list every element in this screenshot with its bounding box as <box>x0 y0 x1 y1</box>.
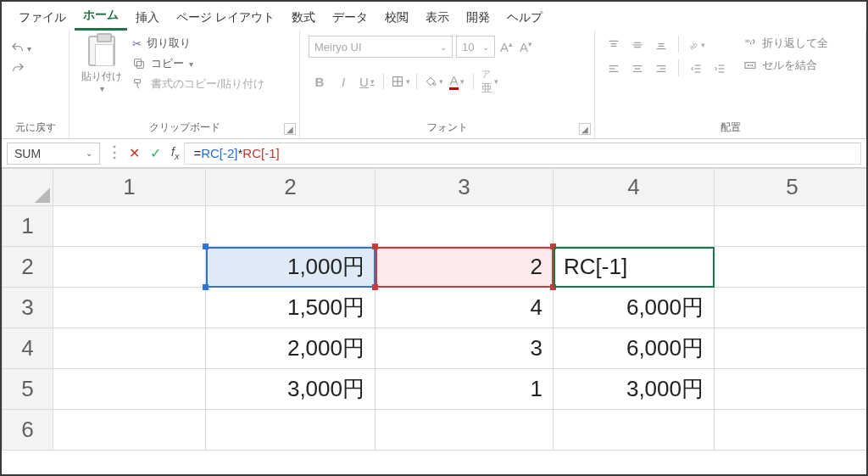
menu-formulas[interactable]: 数式 <box>283 7 324 31</box>
underline-button[interactable]: U▾ <box>356 71 378 92</box>
cell-r6c1[interactable] <box>53 410 206 451</box>
cell-r5c2[interactable]: 3,000円 <box>206 369 376 410</box>
paste-button[interactable]: 貼り付け ▾ <box>78 36 125 93</box>
menu-view[interactable]: 表示 <box>417 7 458 31</box>
cell-r3c4[interactable]: 6,000円 <box>554 288 715 328</box>
undo-button[interactable]: ▾ <box>10 41 31 56</box>
menu-help[interactable]: ヘルプ <box>498 7 551 31</box>
cell-r2c3[interactable]: 2 <box>376 247 554 288</box>
cell-r2c2[interactable]: 1,000円 <box>206 247 376 288</box>
copy-button[interactable]: コピー ▾ <box>132 56 264 71</box>
row-header-5[interactable]: 5 <box>3 369 53 410</box>
cell-r4c5[interactable] <box>715 328 869 369</box>
bold-button[interactable]: B <box>309 71 331 92</box>
increase-indent-button[interactable] <box>709 59 730 78</box>
cell-r1c2[interactable] <box>206 206 376 247</box>
formula-separator: ⋮ <box>105 143 124 165</box>
clipboard-launcher[interactable]: ◢ <box>284 123 296 135</box>
cell-r2c5[interactable] <box>715 247 869 288</box>
font-color-button[interactable]: A▾ <box>446 71 468 92</box>
cell-r6c3[interactable] <box>376 410 554 451</box>
name-box-value: SUM <box>14 147 41 160</box>
cell-r3c5[interactable] <box>715 288 869 328</box>
align-middle-button[interactable] <box>627 36 648 54</box>
menu-developer[interactable]: 開発 <box>458 7 498 31</box>
border-button[interactable]: ▾ <box>389 71 411 92</box>
cell-r3c3[interactable]: 4 <box>376 288 554 328</box>
align-top-button[interactable] <box>604 36 624 54</box>
row-header-6[interactable]: 6 <box>3 410 53 451</box>
cell-grid[interactable]: 1 2 3 4 5 1 2 1,000円 <box>2 168 868 451</box>
redo-button[interactable] <box>10 61 31 76</box>
menu-data[interactable]: データ <box>324 7 376 31</box>
menu-page-layout[interactable]: ページ レイアウト <box>168 7 283 31</box>
align-right-button[interactable] <box>651 59 671 78</box>
decrease-font-button[interactable]: A▾ <box>518 40 534 54</box>
cell-r6c5[interactable] <box>715 410 869 451</box>
paste-icon <box>88 36 115 66</box>
cut-button[interactable]: ✂ 切り取り <box>132 36 264 51</box>
align-center-button[interactable] <box>627 59 648 78</box>
fx-icon[interactable]: fx <box>166 145 184 161</box>
col-header-4[interactable]: 4 <box>554 169 715 206</box>
cell-r5c1[interactable] <box>53 369 206 410</box>
menu-home[interactable]: ホーム <box>75 4 127 31</box>
paste-label: 貼り付け <box>81 70 122 84</box>
cell-r1c5[interactable] <box>715 206 869 247</box>
font-launcher[interactable]: ◢ <box>579 123 591 135</box>
row-header-1[interactable]: 1 <box>3 206 53 247</box>
cell-r6c4[interactable] <box>554 410 715 451</box>
col-header-1[interactable]: 1 <box>53 169 206 206</box>
col-header-3[interactable]: 3 <box>376 169 554 206</box>
font-size-select[interactable]: 10 ⌄ <box>456 36 495 58</box>
svg-rect-1 <box>135 59 142 66</box>
wrap-label: 折り返して全 <box>762 36 828 51</box>
cell-r3c1[interactable] <box>53 288 206 328</box>
formula-input[interactable]: =RC[-2]*RC[-1] <box>184 143 861 165</box>
cell-r1c3[interactable] <box>376 206 554 247</box>
cell-r3c2[interactable]: 1,500円 <box>206 288 376 328</box>
col-header-2[interactable]: 2 <box>206 169 376 206</box>
format-painter-icon <box>132 77 146 91</box>
cell-r2c4[interactable]: RC[-1] <box>554 247 715 288</box>
cell-r5c4[interactable]: 3,000円 <box>554 369 715 410</box>
cell-r5c5[interactable] <box>715 369 869 410</box>
align-left-button[interactable] <box>604 59 624 78</box>
group-font: Meiryo UI ⌄ 10 ⌄ A▴ A▾ B I U▾ ▾ <box>300 31 595 138</box>
increase-font-button[interactable]: A▴ <box>498 40 515 54</box>
orientation-button[interactable]: ab▾ <box>686 36 706 54</box>
group-clipboard: 貼り付け ▾ ✂ 切り取り コピー ▾ 書式のコピー/貼り付け クリップ <box>70 31 300 138</box>
cell-r2c1[interactable] <box>53 247 206 288</box>
row-header-2[interactable]: 2 <box>3 247 53 288</box>
merge-cells-button[interactable]: セルを結合 <box>743 58 828 73</box>
formula-cancel-button[interactable]: ✕ <box>124 145 145 161</box>
col-header-5[interactable]: 5 <box>715 169 869 206</box>
formula-enter-button[interactable]: ✓ <box>145 145 166 161</box>
cell-r4c2[interactable]: 2,000円 <box>206 328 376 369</box>
format-painter-button[interactable]: 書式のコピー/貼り付け <box>132 76 264 92</box>
menu-review[interactable]: 校閲 <box>376 7 417 31</box>
font-name-select[interactable]: Meiryo UI ⌄ <box>309 36 453 58</box>
cell-r5c3[interactable]: 1 <box>376 369 554 410</box>
decrease-indent-button[interactable] <box>686 59 706 78</box>
copy-icon <box>132 57 146 70</box>
row-header-3[interactable]: 3 <box>3 288 53 328</box>
cell-r1c4[interactable] <box>554 206 715 247</box>
menu-file[interactable]: ファイル <box>10 7 75 31</box>
cell-r4c3[interactable]: 3 <box>376 328 554 369</box>
wrap-text-button[interactable]: ab 折り返して全 <box>743 36 828 51</box>
cell-r4c4[interactable]: 6,000円 <box>554 328 715 369</box>
name-box[interactable]: SUM ⌄ <box>7 143 100 165</box>
align-bottom-button[interactable] <box>651 36 671 54</box>
select-all-corner[interactable] <box>3 169 53 206</box>
row-header-4[interactable]: 4 <box>3 328 53 369</box>
cell-r1c1[interactable] <box>53 206 206 247</box>
phonetic-button[interactable]: ア亜▾ <box>479 71 501 92</box>
fill-color-button[interactable]: ▾ <box>422 71 444 92</box>
svg-text:ab: ab <box>688 41 699 52</box>
fill-icon <box>424 75 437 88</box>
italic-button[interactable]: I <box>332 71 354 92</box>
cell-r6c2[interactable] <box>206 410 376 451</box>
cell-r4c1[interactable] <box>53 328 206 369</box>
menu-insert[interactable]: 挿入 <box>127 7 168 31</box>
